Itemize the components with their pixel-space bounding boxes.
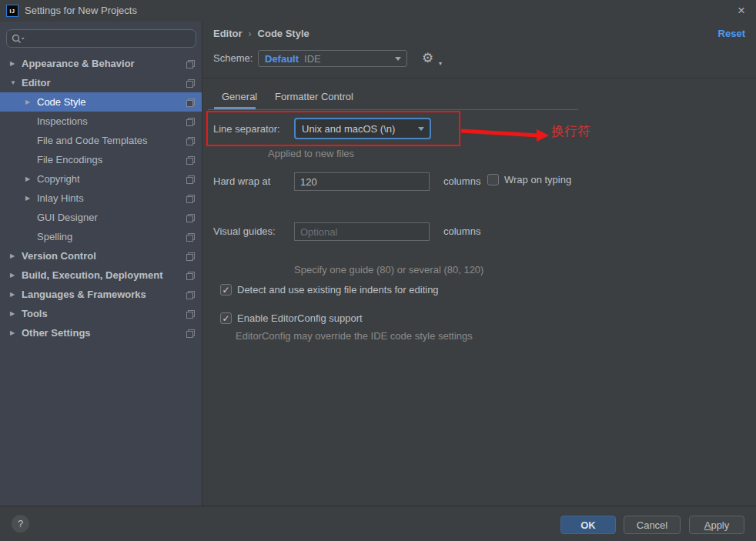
sidebar-item-label: Editor [22, 77, 51, 88]
breadcrumb: Editor › Code Style [213, 28, 309, 39]
sidebar-item-label: GUI Designer [37, 212, 98, 223]
sidebar-item-label: Inlay Hints [37, 192, 84, 204]
sidebar-item-label: Code Style [37, 96, 86, 108]
chevron-collapsed-icon[interactable]: ▶ [10, 291, 22, 298]
sidebar-item-gui-designer[interactable]: GUI Designer [0, 208, 202, 227]
sidebar-item-inlay-hints[interactable]: ▶Inlay Hints [0, 189, 202, 208]
scheme-label: Scheme: [213, 52, 253, 64]
hard-wrap-input[interactable] [294, 172, 430, 191]
shared-settings-icon [186, 213, 195, 222]
editorconfig-checkbox[interactable]: ✓ Enable EditorConfig support [220, 312, 363, 324]
gear-icon: ⚙ [422, 51, 433, 65]
sidebar-item-label: Inspections [37, 115, 88, 127]
code-style-panel: Editor › Code Style Reset Scheme: Defaul… [202, 22, 756, 506]
window-title: Settings for New Projects [25, 5, 137, 16]
hard-wrap-columns-label: columns [443, 175, 480, 187]
checkbox-checked-icon[interactable]: ✓ [220, 284, 232, 296]
scheme-actions-button[interactable]: ⚙ ▾ [422, 49, 440, 68]
sidebar-item-file-and-code-templates[interactable]: File and Code Templates [0, 131, 202, 150]
sidebar-item-label: Version Control [22, 250, 96, 262]
line-separator-hint: Applied to new files [268, 148, 354, 159]
wrap-on-typing-checkbox[interactable]: Wrap on typing [487, 174, 571, 185]
shared-settings-icon [186, 329, 195, 337]
sidebar-item-other-settings[interactable]: ▶Other Settings [0, 323, 202, 342]
shared-settings-icon [186, 252, 195, 260]
sidebar-item-label: File Encodings [37, 154, 102, 165]
shared-settings-icon [186, 78, 195, 87]
close-icon[interactable]: × [738, 3, 745, 18]
line-separator-label: Line separator: [213, 123, 280, 135]
breadcrumb-code-style: Code Style [258, 28, 309, 39]
sidebar-item-build-execution-deployment[interactable]: ▶Build, Execution, Deployment [0, 265, 202, 285]
line-separator-dropdown[interactable]: Unix and macOS (\n) [294, 118, 431, 139]
sidebar-item-label: Spelling [37, 231, 72, 242]
sidebar-item-file-encodings[interactable]: File Encodings [0, 150, 202, 169]
sidebar-item-version-control[interactable]: ▶Version Control [0, 246, 202, 265]
detect-indents-checkbox[interactable]: ✓ Detect and use existing file indents f… [220, 284, 439, 296]
chevron-down-icon [418, 127, 424, 131]
question-mark-icon: ? [18, 518, 23, 529]
detect-indents-label: Detect and use existing file indents for… [237, 284, 439, 296]
ok-button-label: OK [580, 519, 596, 531]
chevron-collapsed-icon[interactable]: ▶ [25, 99, 37, 105]
scheme-value: Default [265, 53, 299, 65]
visual-guides-input[interactable] [294, 222, 430, 241]
settings-tree: ▶Appearance & Behavior▼Editor▶Code Style… [0, 54, 202, 342]
tabs-divider [208, 109, 578, 110]
sidebar-item-languages-frameworks[interactable]: ▶Languages & Frameworks [0, 285, 202, 304]
sidebar-item-label: File and Code Templates [37, 135, 148, 146]
cancel-button-label: Cancel [637, 519, 667, 531]
shared-settings-icon [186, 175, 195, 183]
title-bar: IJ Settings for New Projects × [0, 0, 756, 22]
sidebar-item-label: Languages & Frameworks [22, 289, 146, 300]
ok-button[interactable]: OK [560, 516, 616, 534]
cancel-button[interactable]: Cancel [624, 516, 681, 534]
apply-button[interactable]: Apply [689, 516, 744, 534]
sidebar-item-editor[interactable]: ▼Editor [0, 73, 202, 92]
visual-guides-hint: Specify one guide (80) or several (80, 1… [294, 264, 483, 276]
chevron-collapsed-icon[interactable]: ▶ [25, 195, 37, 202]
tab-general[interactable]: General [222, 91, 257, 102]
chevron-expanded-icon[interactable]: ▼ [10, 79, 22, 86]
search-box[interactable] [6, 29, 196, 48]
shared-settings-icon [186, 232, 195, 241]
sidebar-item-label: Build, Execution, Deployment [22, 269, 162, 281]
chevron-collapsed-icon[interactable]: ▶ [10, 329, 22, 336]
wrap-on-typing-label: Wrap on typing [504, 174, 571, 185]
tab-formatter-control[interactable]: Formatter Control [275, 91, 353, 102]
search-icon [12, 34, 25, 44]
shared-settings-icon [186, 271, 195, 279]
chevron-collapsed-icon[interactable]: ▶ [25, 175, 37, 182]
sidebar-item-label: Tools [22, 308, 48, 319]
hard-wrap-label: Hard wrap at [213, 175, 270, 187]
chevron-right-icon: › [249, 28, 252, 39]
shared-settings-icon [186, 155, 195, 164]
search-input[interactable] [28, 33, 191, 45]
shared-settings-icon [186, 98, 195, 106]
sidebar-item-appearance-behavior[interactable]: ▶Appearance & Behavior [0, 54, 202, 73]
editorconfig-hint: EditorConfig may override the IDE code s… [236, 330, 473, 342]
sidebar-item-spelling[interactable]: Spelling [0, 227, 202, 246]
sidebar-item-copyright[interactable]: ▶Copyright [0, 169, 202, 189]
sidebar-item-tools[interactable]: ▶Tools [0, 304, 202, 323]
chevron-collapsed-icon[interactable]: ▶ [10, 310, 22, 317]
scheme-dropdown[interactable]: Default IDE [258, 50, 407, 67]
shared-settings-icon [186, 309, 195, 318]
chevron-collapsed-icon[interactable]: ▶ [10, 252, 22, 259]
checkbox-unchecked-icon[interactable] [487, 174, 499, 185]
chevron-down-icon [395, 57, 401, 61]
apply-button-label: Apply [704, 519, 730, 531]
chevron-collapsed-icon[interactable]: ▶ [10, 60, 22, 67]
settings-sidebar: ▶Appearance & Behavior▼Editor▶Code Style… [0, 22, 202, 506]
chevron-collapsed-icon[interactable]: ▶ [10, 272, 22, 279]
sidebar-item-inspections[interactable]: Inspections [0, 112, 202, 131]
annotation-label: 换行符 [551, 122, 590, 140]
reset-link[interactable]: Reset [718, 28, 745, 39]
checkbox-checked-icon[interactable]: ✓ [220, 312, 232, 324]
sidebar-item-code-style[interactable]: ▶Code Style [0, 92, 202, 112]
breadcrumb-editor[interactable]: Editor [213, 28, 243, 39]
dialog-footer: ? OK Cancel Apply [0, 506, 756, 541]
shared-settings-icon [186, 136, 195, 145]
help-button[interactable]: ? [12, 515, 29, 533]
header-divider [202, 78, 756, 78]
